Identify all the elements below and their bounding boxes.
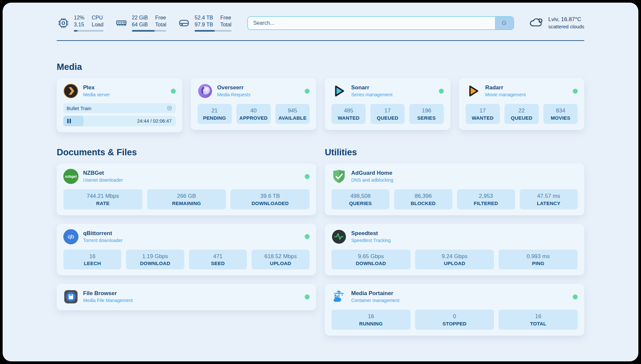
cpu-load-value: 3.15 bbox=[74, 21, 84, 28]
system-stats: 12% 3.15 CPU Load bbox=[57, 15, 231, 32]
section-title-utilities: Utilities bbox=[325, 147, 584, 158]
stat-tile: 21PENDING bbox=[198, 104, 232, 124]
cpu-label-top: CPU bbox=[92, 15, 104, 21]
status-dot bbox=[305, 294, 310, 299]
ram-icon bbox=[115, 16, 128, 30]
stat-tile: 471SEED bbox=[189, 250, 247, 270]
status-dot bbox=[573, 89, 578, 94]
app-description: Media Requests bbox=[217, 92, 251, 98]
status-dot bbox=[573, 294, 578, 299]
stat-tile: 40APPROVED bbox=[236, 104, 271, 124]
app-card-qbittorrent[interactable]: qb qBittorrent Torrent downloader 16LEEC… bbox=[57, 224, 316, 276]
radarr-icon bbox=[466, 83, 481, 99]
session-icon bbox=[167, 105, 172, 111]
speedtest-icon bbox=[331, 229, 347, 244]
cpu-progress-bar bbox=[74, 30, 104, 32]
stat-tile: 618.52 MbpsUPLOAD bbox=[252, 250, 310, 270]
now-playing-title: Bullet Train bbox=[67, 106, 91, 111]
cpu-label-bottom: Load bbox=[92, 21, 104, 28]
app-card-filebrowser[interactable]: File Browser Media File Management bbox=[57, 284, 316, 310]
stat-tile: 0.993 msPING bbox=[499, 250, 578, 270]
utilities-column: Utilities AdGuard Home bbox=[325, 147, 584, 344]
stat-tile: 16RUNNING bbox=[331, 310, 411, 330]
status-dot bbox=[171, 89, 176, 94]
plex-icon bbox=[63, 83, 78, 99]
stat-tile: 485WANTED bbox=[331, 104, 366, 124]
status-dot bbox=[305, 89, 310, 94]
app-description: Movie management bbox=[485, 92, 526, 98]
app-card-speedtest[interactable]: Speedtest Speedtest Tracking 9.65 GbpsDO… bbox=[325, 224, 584, 276]
topbar-divider bbox=[57, 40, 584, 41]
weather-location-temp: Lviv, 16.87°C bbox=[548, 16, 584, 23]
disk-free-value: 52.4 TB bbox=[195, 15, 213, 21]
app-name: Sonarr bbox=[351, 84, 392, 92]
cpu-icon bbox=[57, 16, 70, 30]
stat-tile: 196SERIES bbox=[409, 104, 443, 124]
stat-tile: 17QUEUED bbox=[370, 104, 405, 124]
disk-stat: 52.4 TB 97.9 TB Free Total bbox=[177, 15, 231, 32]
stat-tile: 9.24 GbpsUPLOAD bbox=[415, 250, 494, 270]
stat-tile: 17WANTED bbox=[466, 104, 500, 124]
disk-label-top: Free bbox=[220, 15, 231, 21]
app-card-radarr[interactable]: Radarr Movie management 17WANTED 22QUEUE… bbox=[459, 78, 585, 130]
portainer-icon bbox=[331, 289, 347, 304]
app-card-nzbget[interactable]: nzbget NZBGet Usenet downloader 744.21 M… bbox=[57, 164, 316, 215]
disk-label-bottom: Total bbox=[220, 21, 231, 28]
cpu-stat: 12% 3.15 CPU Load bbox=[57, 15, 104, 32]
ram-progress-bar bbox=[132, 30, 167, 32]
section-title-documents: Documents & Files bbox=[57, 147, 316, 158]
playback-progress-bar: 24:44 / 02:06:47 bbox=[63, 116, 176, 126]
app-description: Media File Management bbox=[83, 297, 133, 304]
section-title-media: Media bbox=[57, 62, 584, 72]
bookmark-group-developer: Developer GH Github github.com SO StackO… bbox=[57, 361, 227, 361]
app-description: Container management bbox=[351, 297, 399, 304]
app-description: Speedtest Tracking bbox=[351, 237, 391, 244]
app-card-overseerr[interactable]: Overseerr Media Requests 21PENDING 40APP… bbox=[191, 78, 317, 130]
app-description: Series management bbox=[351, 92, 392, 98]
bookmark-group-entertainment: Entertainment YT YouTube youtube.com NF … bbox=[414, 361, 584, 361]
dashboard-frame: 12% 3.15 CPU Load bbox=[3, 3, 638, 361]
stat-tile: 22QUEUED bbox=[504, 104, 539, 124]
stat-tile: 744.21 MbpsRATE bbox=[63, 189, 142, 209]
stat-tile: 47.57 msLATENCY bbox=[520, 189, 578, 209]
adguard-icon bbox=[331, 169, 347, 184]
cpu-usage-value: 12% bbox=[74, 15, 84, 21]
overseerr-icon bbox=[198, 83, 213, 99]
stat-tile: 9.65 GbpsDOWNLOAD bbox=[331, 250, 411, 270]
status-dot bbox=[305, 174, 310, 179]
pause-icon bbox=[67, 119, 71, 125]
app-name: Overseerr bbox=[217, 84, 251, 92]
app-name: Radarr bbox=[485, 84, 526, 92]
app-card-adguard[interactable]: AdGuard Home DNS and adblocking 498,508Q… bbox=[325, 164, 584, 215]
sonarr-icon bbox=[331, 83, 347, 99]
section-title-developer: Developer bbox=[57, 361, 227, 361]
ram-label-bottom: Total bbox=[155, 21, 167, 28]
status-dot bbox=[439, 89, 444, 94]
weather-widget: Lviv, 16.87°C scattered clouds bbox=[529, 16, 584, 30]
search-engine-button[interactable]: G bbox=[495, 17, 513, 29]
app-card-plex[interactable]: Plex Media server Bullet Train bbox=[57, 78, 182, 132]
app-name: NZBGet bbox=[83, 169, 123, 177]
cloud-icon bbox=[529, 16, 544, 30]
nzbget-icon: nzbget bbox=[63, 169, 78, 184]
search-input[interactable] bbox=[247, 16, 514, 30]
app-name: Media Portainer bbox=[351, 290, 399, 297]
stat-tile: 266 GBREMAINING bbox=[147, 189, 226, 209]
app-card-portainer[interactable]: Media Portainer Container management 16R… bbox=[325, 284, 584, 336]
app-name: Speedtest bbox=[351, 230, 391, 237]
section-title-entertainment: Entertainment bbox=[414, 361, 584, 361]
app-description: DNS and adblocking bbox=[351, 177, 393, 183]
stat-tile: 39.6 TBDOWNLOADED bbox=[230, 189, 310, 209]
search-bar: G bbox=[247, 16, 514, 30]
stat-tile: 16TOTAL bbox=[499, 310, 578, 330]
stat-tile: 498,508QUERIES bbox=[331, 189, 389, 209]
stat-tile: 2,953FILTERED bbox=[457, 189, 515, 209]
app-name: File Browser bbox=[83, 290, 133, 297]
app-card-sonarr[interactable]: Sonarr Series management 485WANTED 17QUE… bbox=[325, 78, 450, 130]
app-description: Media server bbox=[83, 92, 110, 98]
ram-total-value: 64 GiB bbox=[132, 21, 148, 28]
documents-column: Documents & Files nzbget NZBGet Usenet d… bbox=[57, 147, 316, 319]
filebrowser-icon bbox=[63, 289, 78, 304]
app-name: AdGuard Home bbox=[351, 169, 393, 177]
disk-icon bbox=[177, 16, 191, 30]
